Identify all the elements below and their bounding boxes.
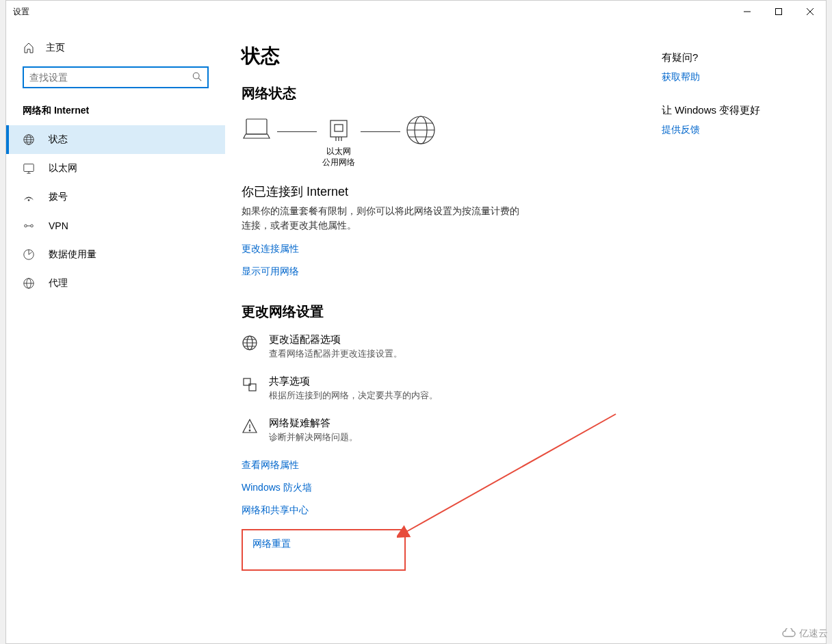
setting-title: 网络疑难解答 xyxy=(269,417,358,430)
windows-firewall-link[interactable]: Windows 防火墙 xyxy=(242,482,312,494)
sidebar-item-label: 数据使用量 xyxy=(49,248,96,261)
adapter-icon xyxy=(242,335,258,351)
network-sharing-center-link[interactable]: 网络和共享中心 xyxy=(242,504,309,517)
svg-point-5 xyxy=(28,200,29,201)
sidebar-item-ethernet[interactable]: 以太网 xyxy=(6,154,225,183)
get-help-link[interactable]: 获取帮助 xyxy=(662,71,798,83)
setting-adapter-options[interactable]: 更改适配器选项 查看网络适配器并更改连接设置。 xyxy=(242,333,621,360)
connected-desc: 如果你的流量套餐有限制，则你可以将此网络设置为按流量计费的连接，或者更改其他属性… xyxy=(242,204,522,233)
sidebar-item-label: VPN xyxy=(49,220,68,231)
svg-point-7 xyxy=(31,224,34,227)
ethernet-adapter-icon xyxy=(328,116,350,144)
network-reset-highlight: 网络重置 xyxy=(242,529,406,571)
svg-rect-0 xyxy=(776,9,782,15)
main-content: 状态 网络状态 以太网 xyxy=(225,23,826,643)
sidebar-item-vpn[interactable]: VPN xyxy=(6,211,225,240)
sidebar-item-datausage[interactable]: 数据使用量 xyxy=(6,240,225,269)
view-network-props-link[interactable]: 查看网络属性 xyxy=(242,459,299,472)
page-title: 状态 xyxy=(242,43,621,69)
watermark: 亿速云 xyxy=(781,628,828,640)
titlebar: 设置 xyxy=(6,1,826,23)
svg-rect-13 xyxy=(335,125,343,131)
maximize-button[interactable] xyxy=(763,1,794,23)
close-button[interactable] xyxy=(794,1,826,23)
setting-desc: 根据所连接到的网络，决定要共享的内容。 xyxy=(269,389,438,402)
globe-icon xyxy=(406,115,436,145)
diagram-eth-label: 以太网 公用网络 xyxy=(322,146,355,168)
setting-sharing-options[interactable]: 共享选项 根据所连接到的网络，决定要共享的内容。 xyxy=(242,375,621,402)
show-available-networks-link[interactable]: 显示可用网络 xyxy=(242,266,299,278)
sharing-icon xyxy=(242,376,258,393)
connector-line xyxy=(277,131,317,132)
setting-desc: 诊断并解决网络问题。 xyxy=(269,431,358,443)
questions-heading: 有疑问? xyxy=(662,51,798,64)
network-status-heading: 网络状态 xyxy=(242,84,621,103)
change-network-heading: 更改网络设置 xyxy=(242,302,621,321)
setting-title: 共享选项 xyxy=(269,375,438,388)
sidebar-item-label: 以太网 xyxy=(49,162,77,175)
sidebar-item-dialup[interactable]: 拨号 xyxy=(6,183,225,211)
connector-line xyxy=(361,131,400,132)
warning-icon xyxy=(242,418,258,435)
sidebar-item-proxy[interactable]: 代理 xyxy=(6,269,225,298)
home-link[interactable]: 主页 xyxy=(6,36,225,60)
search-box xyxy=(23,66,209,88)
svg-rect-4 xyxy=(24,164,34,172)
status-icon xyxy=(23,133,35,146)
aside-panel: 有疑问? 获取帮助 让 Windows 变得更好 提供反馈 xyxy=(662,43,798,623)
sidebar-item-status[interactable]: 状态 xyxy=(6,125,225,154)
dialup-icon xyxy=(23,191,35,203)
minimize-button[interactable] xyxy=(731,1,763,23)
home-icon xyxy=(23,42,35,54)
sidebar-item-label: 代理 xyxy=(49,277,68,289)
datausage-icon xyxy=(23,248,35,261)
window-controls xyxy=(731,1,826,23)
give-feedback-link[interactable]: 提供反馈 xyxy=(662,124,798,136)
search-input[interactable] xyxy=(23,66,209,88)
change-connection-props-link[interactable]: 更改连接属性 xyxy=(242,243,299,255)
svg-rect-11 xyxy=(246,119,267,134)
sidebar: 主页 网络和 Internet 状态 xyxy=(6,23,225,643)
window-title: 设置 xyxy=(13,6,29,18)
setting-troubleshoot[interactable]: 网络疑难解答 诊断并解决网络问题。 xyxy=(242,417,621,443)
sidebar-item-label: 拨号 xyxy=(49,191,68,203)
svg-rect-12 xyxy=(330,120,347,137)
laptop-icon xyxy=(242,116,272,144)
settings-window: 设置 主页 xyxy=(5,0,827,644)
vpn-icon xyxy=(23,220,35,232)
home-label: 主页 xyxy=(46,42,65,54)
section-label: 网络和 Internet xyxy=(6,99,225,125)
proxy-icon xyxy=(23,277,35,289)
setting-desc: 查看网络适配器并更改连接设置。 xyxy=(269,348,402,360)
svg-point-6 xyxy=(25,224,27,227)
connected-title: 你已连接到 Internet xyxy=(242,183,621,200)
sidebar-item-label: 状态 xyxy=(49,133,68,146)
svg-point-20 xyxy=(249,430,250,431)
network-diagram: 以太网 公用网络 xyxy=(242,115,621,170)
setting-title: 更改适配器选项 xyxy=(269,333,402,346)
feedback-heading: 让 Windows 变得更好 xyxy=(662,104,798,117)
network-reset-link[interactable]: 网络重置 xyxy=(252,538,291,550)
ethernet-icon xyxy=(23,162,35,175)
